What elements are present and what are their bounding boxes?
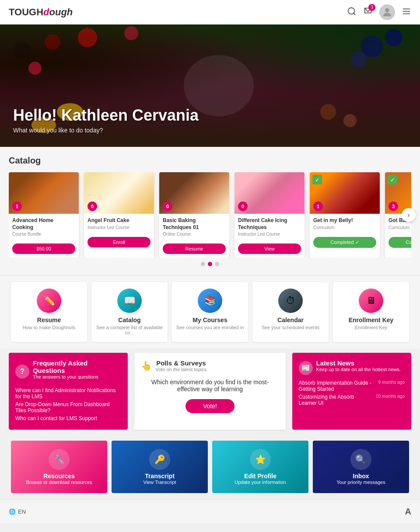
catalog-icon: 📖 [117, 289, 142, 313]
svg-point-8 [28, 62, 42, 75]
news-item-title: Absorb Implementation Guide - Getting St… [299, 380, 375, 392]
course-action-button[interactable]: Completed ✓ [388, 237, 411, 248]
avatar[interactable] [379, 4, 395, 20]
tile-content: ⭐Edit ProfileUpdate your information [234, 449, 286, 485]
quick-link-calendar[interactable]: ⏱CalendarSee your scheduled events [252, 282, 329, 342]
carousel-dot[interactable] [201, 262, 205, 266]
message-badge: 3 [368, 4, 375, 11]
poll-subtitle: Vote on the latest topics [155, 367, 206, 372]
course-number-badge: 0 [163, 202, 172, 211]
quick-link-desc: See a complete list of available co... [94, 325, 165, 335]
course-action-button[interactable]: Completed ✓ [313, 237, 376, 248]
svg-point-7 [45, 34, 60, 50]
header-icons: 3 [347, 4, 411, 20]
news-item[interactable]: Absorb Implementation Guide - Getting St… [299, 380, 405, 392]
course-card[interactable]: 1Advanced Home CookingCourse Bundle$50.0… [9, 172, 79, 257]
course-type: Instructor Led Course [88, 225, 150, 230]
course-type: Course Bundle [12, 232, 75, 236]
quick-link-desc: How to make Doughnuts [23, 325, 75, 330]
faq-title: Frequently Asked Questions [33, 359, 121, 374]
svg-point-13 [385, 29, 402, 46]
logo-text: TOUGHdough [9, 7, 73, 18]
course-info: Advanced Home CookingCourse Bundle [9, 214, 79, 240]
courses-row: 1Advanced Home CookingCourse Bundle$50.0… [9, 172, 411, 257]
quick-link-catalog[interactable]: 📖CatalogSee a complete list of available… [91, 282, 168, 342]
faq-icon: ? [15, 365, 29, 379]
bottom-tile-edit-profile[interactable]: ⭐Edit ProfileUpdate your information [212, 441, 308, 493]
quick-link-my-courses[interactable]: 📚My CoursesSee courses you are enrolled … [172, 282, 248, 342]
tile-desc: Browse or download resources [26, 480, 92, 485]
course-name: Angel Fruit Cake [88, 217, 150, 224]
poll-card: 👆 Polls & Surveys Vote on the latest top… [134, 353, 285, 430]
messages-icon[interactable]: 3 [363, 7, 373, 18]
quick-link-desc: Enrollment Key [355, 325, 388, 330]
quick-link-title: Calendar [277, 316, 304, 323]
footer: 🌐 EN A [0, 500, 420, 523]
faq-item[interactable]: Where can I find Administrator Notificat… [15, 387, 121, 400]
faq-item[interactable]: Who can I contact for LMS Support [15, 415, 121, 421]
course-type: Curriculum [313, 225, 376, 230]
news-card: 📰 Latest News Keep up to date on all the… [292, 353, 411, 430]
bottom-tile-inbox[interactable]: 🔍InboxYour priority messages [313, 441, 409, 493]
course-info: Different Cake Icing TechniquesInstructo… [234, 214, 304, 240]
tile-content: 🔧ResourcesBrowse or download resources [26, 449, 92, 485]
language-selector[interactable]: 🌐 EN [9, 508, 26, 515]
course-card[interactable]: 0Angel Fruit CakeInstructor Led CourseEn… [84, 172, 154, 257]
course-action-button[interactable]: $50.00 [12, 243, 75, 254]
svg-point-18 [343, 114, 357, 127]
catalog-section: Catalog 1Advanced Home CookingCourse Bun… [0, 147, 420, 275]
carousel-dot[interactable] [208, 262, 212, 266]
course-action-button[interactable]: View [238, 243, 301, 254]
course-check-badge: ✓ [388, 175, 397, 184]
bottom-tile-transcript[interactable]: 🔑TranscriptView Transcript [112, 441, 208, 493]
course-action-button[interactable]: Enroll [88, 237, 150, 247]
calendar-icon: ⏱ [278, 289, 303, 313]
svg-point-9 [78, 28, 97, 47]
tile-desc: View Transcript [144, 480, 176, 485]
course-type: Online Course [163, 232, 226, 236]
news-title: Latest News [316, 359, 401, 367]
tile-desc: Update your information [234, 480, 286, 485]
logo[interactable]: TOUGHdough [9, 7, 73, 18]
vote-button[interactable]: Vote! [186, 399, 234, 413]
course-type: Curriculum [388, 225, 411, 230]
faq-item[interactable]: Are Drop-Down Menus From Dashboard Tiles… [15, 401, 121, 414]
course-name: Advanced Home Cooking [12, 217, 75, 231]
hero-banner: Hello! Kathleen Cervania What would you … [0, 24, 420, 147]
menu-icon[interactable] [402, 7, 411, 18]
carousel-dot[interactable] [215, 262, 219, 266]
svg-point-2 [385, 8, 389, 12]
quick-link-resume[interactable]: ✏️ResumeHow to make Doughnuts [11, 282, 87, 342]
course-card[interactable]: 0Basic Baking Techniques 01Online Course… [159, 172, 229, 257]
course-action-button[interactable]: Resume [163, 243, 226, 254]
news-item-time: 10 months ago [376, 394, 405, 406]
carousel-next-button[interactable]: › [402, 208, 416, 222]
course-card[interactable]: 0Different Cake Icing TechniquesInstruct… [234, 172, 304, 257]
quick-link-title: Catalog [118, 316, 140, 323]
svg-point-17 [320, 104, 336, 120]
carousel-dots [9, 262, 411, 266]
course-type: Instructor Led Course [238, 232, 301, 236]
search-icon[interactable] [347, 7, 357, 18]
svg-line-1 [354, 13, 355, 15]
course-info: Get in my Belly!Curriculum [310, 214, 380, 233]
poll-question: Which environment do you find is the mos… [141, 379, 279, 393]
course-name: Get in my Belly! [313, 217, 376, 224]
svg-point-0 [348, 7, 355, 14]
course-name: Basic Baking Techniques 01 [163, 217, 226, 231]
course-check-badge: ✓ [312, 175, 322, 184]
quick-link-desc: See your scheduled events [262, 325, 320, 330]
course-number-badge: 0 [238, 202, 248, 211]
info-row: ? Frequently Asked Questions The answers… [0, 348, 420, 434]
bottom-tile-resources[interactable]: 🔧ResourcesBrowse or download resources [11, 441, 107, 493]
quick-link-title: Enrollment Key [349, 316, 394, 323]
poll-title: Polls & Surveys [155, 359, 206, 367]
faq-subtitle: The answers to your questions [33, 374, 121, 379]
tile-title: Inbox [336, 473, 385, 480]
faq-card: ? Frequently Asked Questions The answers… [9, 353, 128, 430]
course-card[interactable]: ✓1Get in my Belly!CurriculumCompleted ✓ [310, 172, 380, 257]
course-name: Different Cake Icing Techniques [238, 217, 301, 231]
tile-title: Transcript [144, 473, 176, 480]
news-item[interactable]: Customizing the Absorb Learner UI10 mont… [299, 394, 405, 406]
quick-link-enrollment-key[interactable]: 🖥Enrollment KeyEnrollment Key [333, 282, 409, 342]
